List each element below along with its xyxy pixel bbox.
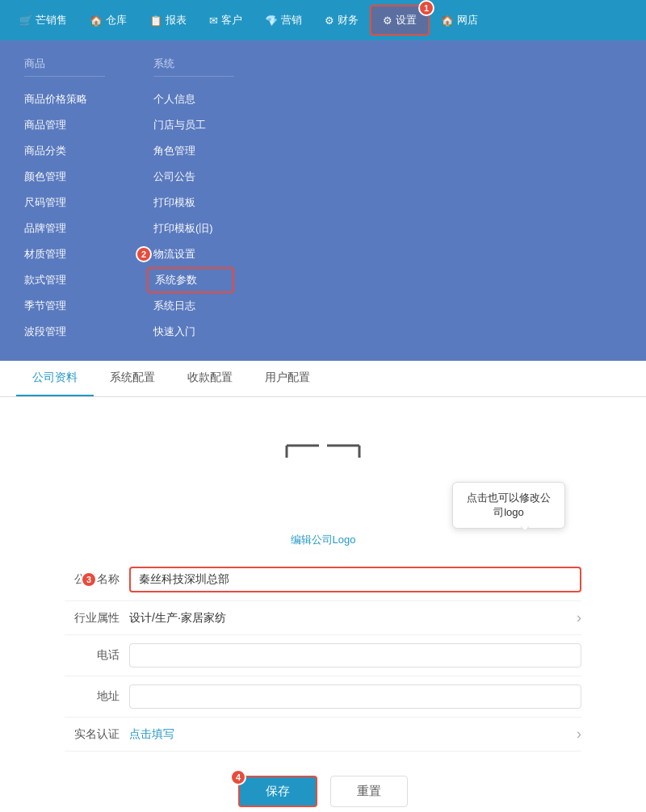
nav-sales[interactable]: 🛒 芒销售 xyxy=(8,6,78,34)
dd-personal-info[interactable]: 个人信息 xyxy=(153,86,234,112)
tab-user-config[interactable]: 用户配置 xyxy=(249,361,326,396)
tooltip-bubble: 点击也可以修改公司logo xyxy=(452,482,565,529)
logo-svg xyxy=(279,429,367,474)
nav-report[interactable]: 📋 报表 xyxy=(138,6,198,34)
nav-warehouse-label: 仓库 xyxy=(106,13,127,27)
phone-input[interactable] xyxy=(129,643,581,668)
nav-finance[interactable]: ⚙ 财务 xyxy=(313,6,370,34)
finance-icon: ⚙ xyxy=(325,15,334,27)
marketing-icon: 💎 xyxy=(265,15,278,27)
save-badge: 4 xyxy=(230,769,246,785)
logo-area xyxy=(16,429,630,474)
edit-logo-label: 编辑公司Logo xyxy=(291,534,356,546)
industry-value: 设计/生产·家居家纺 xyxy=(129,611,577,626)
company-name-input[interactable] xyxy=(129,567,581,592)
settings-icon: ⚙ xyxy=(383,15,392,27)
tooltip-area: 点击也可以修改公司logo xyxy=(16,482,630,529)
tab-system-config[interactable]: 系统配置 xyxy=(94,361,171,396)
dd-price-strategy[interactable]: 商品价格策略 xyxy=(24,86,105,112)
realname-placeholder[interactable]: 点击填写 xyxy=(129,727,174,742)
dd-logistics[interactable]: 物流设置 xyxy=(153,241,195,267)
tab-payment-config[interactable]: 收款配置 xyxy=(171,361,249,396)
dd-print-template-old[interactable]: 打印模板(旧) xyxy=(153,216,234,241)
dd-store-staff[interactable]: 门店与员工 xyxy=(153,112,234,138)
industry-label: 行业属性 xyxy=(65,611,129,626)
dd-system-log[interactable]: 系统日志 xyxy=(153,293,234,319)
main-content: 点击也可以修改公司logo 编辑公司Logo 3 公司名称 行业属性 设计/生产… xyxy=(0,397,646,812)
dd-style-manage[interactable]: 款式管理 xyxy=(24,267,105,293)
nav-marketing[interactable]: 💎 营销 xyxy=(254,6,313,34)
realname-label: 实名认证 xyxy=(65,727,129,742)
tabs-bar: 公司资料 系统配置 收款配置 用户配置 xyxy=(0,361,646,397)
top-navigation: 🛒 芒销售 🏠 仓库 📋 报表 ✉ 客户 💎 营销 ⚙ 财务 xyxy=(0,0,646,40)
logo-image[interactable] xyxy=(279,429,367,474)
customer-icon: ✉ xyxy=(209,15,218,27)
dropdown-system-title: 系统 xyxy=(153,57,234,77)
dd-color-manage[interactable]: 颜色管理 xyxy=(24,164,105,190)
nav-finance-label: 财务 xyxy=(338,13,359,27)
dd-material-manage[interactable]: 材质管理 xyxy=(24,241,105,267)
industry-row: 行业属性 设计/生产·家居家纺 › xyxy=(65,601,581,635)
industry-arrow-icon[interactable]: › xyxy=(577,609,581,626)
dd-product-category[interactable]: 商品分类 xyxy=(24,138,105,164)
nav-settings[interactable]: ⚙ 设置 1 xyxy=(370,5,430,36)
nav-warehouse[interactable]: 🏠 仓库 xyxy=(78,6,138,34)
nav-marketing-label: 营销 xyxy=(281,13,302,27)
dropdown-products-title: 商品 xyxy=(24,57,105,77)
settings-dropdown: 商品 商品价格策略 商品管理 商品分类 颜色管理 尺码管理 品牌管理 材质管理 … xyxy=(0,40,646,361)
company-name-badge: 3 xyxy=(81,571,97,588)
dd-system-params[interactable]: 系统参数 xyxy=(147,267,234,293)
phone-label: 电话 xyxy=(65,648,129,663)
button-row: 4 保存 重置 xyxy=(16,751,630,812)
address-row: 地址 xyxy=(65,676,581,718)
dd-quick-start[interactable]: 快速入门 xyxy=(153,319,234,345)
nav-customer-label: 客户 xyxy=(221,13,242,27)
reset-button[interactable]: 重置 xyxy=(330,776,408,807)
tooltip-text: 点击也可以修改公司logo xyxy=(467,492,551,518)
dd-role-manage[interactable]: 角色管理 xyxy=(153,138,234,164)
dd-company-notice[interactable]: 公司公告 xyxy=(153,164,234,190)
form-section: 3 公司名称 行业属性 设计/生产·家居家纺 › 电话 地址 实名认证 点击填写… xyxy=(16,559,630,751)
nav-store[interactable]: 🏠 网店 xyxy=(430,6,489,34)
dd-size-manage[interactable]: 尺码管理 xyxy=(24,190,105,216)
dropdown-col-products: 商品 商品价格策略 商品管理 商品分类 颜色管理 尺码管理 品牌管理 材质管理 … xyxy=(0,57,129,345)
address-label: 地址 xyxy=(65,689,129,704)
realname-row: 实名认证 点击填写 › xyxy=(65,718,581,751)
sales-icon: 🛒 xyxy=(19,15,32,27)
nav-settings-label: 设置 xyxy=(396,13,417,27)
nav-store-label: 网店 xyxy=(457,13,478,27)
company-name-row: 3 公司名称 xyxy=(65,559,581,601)
dropdown-col-system: 系统 个人信息 门店与员工 角色管理 公司公告 打印模板 打印模板(旧) 2 物… xyxy=(129,57,258,345)
store-icon: 🏠 xyxy=(441,15,454,27)
company-name-label: 公司名称 xyxy=(65,572,129,587)
realname-arrow-icon[interactable]: › xyxy=(577,726,581,743)
save-button-wrapper: 4 保存 xyxy=(238,776,317,807)
nav-customer[interactable]: ✉ 客户 xyxy=(198,6,254,34)
tab-company[interactable]: 公司资料 xyxy=(16,361,94,396)
report-icon: 📋 xyxy=(149,15,162,27)
dd-product-manage[interactable]: 商品管理 xyxy=(24,112,105,138)
dd-wave-manage[interactable]: 波段管理 xyxy=(24,319,105,345)
address-input[interactable] xyxy=(129,684,581,709)
phone-row: 电话 xyxy=(65,635,581,676)
dd-logistics-row: 2 物流设置 xyxy=(153,241,234,267)
dd-brand-manage[interactable]: 品牌管理 xyxy=(24,216,105,241)
warehouse-icon: 🏠 xyxy=(90,15,103,27)
nav-report-label: 报表 xyxy=(166,13,187,27)
logistics-badge: 2 xyxy=(136,246,152,262)
edit-logo-button[interactable]: 编辑公司Logo xyxy=(16,533,630,547)
nav-sales-label: 芒销售 xyxy=(36,13,67,27)
dd-season-manage[interactable]: 季节管理 xyxy=(24,293,105,319)
dd-print-template[interactable]: 打印模板 xyxy=(153,190,234,216)
save-button[interactable]: 保存 xyxy=(238,776,317,807)
